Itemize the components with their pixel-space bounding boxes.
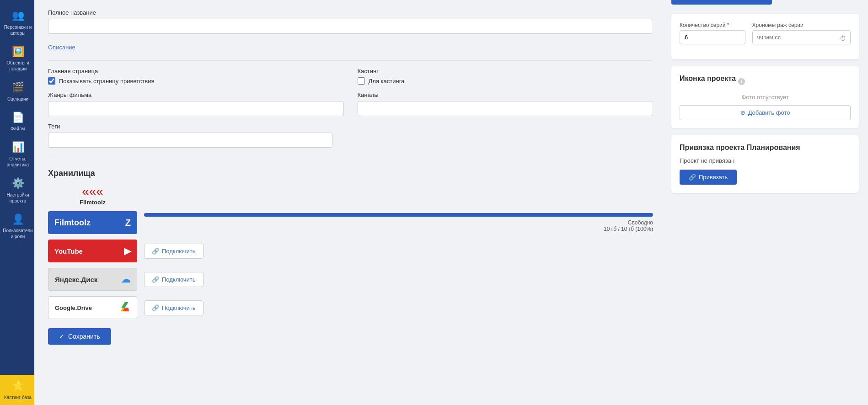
clock-icon: ⏱ [840, 35, 846, 42]
tags-section: Теги [48, 123, 653, 148]
series-count-label: Количество серий * [680, 22, 745, 28]
center-panel: Полное название Описание Главная страниц… [34, 0, 667, 405]
show-welcome-checkbox[interactable] [48, 77, 55, 85]
channels-col: Каналы [358, 91, 654, 116]
series-duration-label: Хронометраж серии [752, 22, 851, 28]
storage-section: Хранилища ««« Filmtoolz Filmtoolz [48, 169, 653, 319]
description-section: Описание [48, 43, 653, 51]
icon-project-card: Иконка проекта i Фото отсутствует ⊕ Доба… [671, 66, 859, 128]
sidebar-item-reports[interactable]: 📊 Отчеты, аналитика [0, 136, 34, 172]
storage-youtube: YouTube ▶ 🔗 Подключить [48, 240, 653, 262]
main-page-col: Главная страница Показывать страницу при… [48, 68, 344, 85]
top-progress-bar [671, 0, 772, 5]
info-icon: i [738, 78, 745, 85]
genres-input[interactable] [48, 101, 344, 116]
photo-absent-text: Фото отсутствует [680, 94, 851, 101]
yandex-connect-label: Подключить [162, 276, 196, 283]
sidebar-item-files[interactable]: 📄 Файлы [0, 107, 34, 137]
tags-input[interactable] [48, 133, 332, 148]
characters-icon: 👥 [12, 9, 24, 22]
objects-icon: 🖼️ [12, 45, 24, 59]
youtube-connect-label: Подключить [162, 248, 196, 255]
series-row: Количество серий * Хронометраж серии ⏱ [680, 22, 851, 44]
casting-icon: ⭐ [12, 379, 24, 393]
main-content: Полное название Описание Главная страниц… [34, 0, 868, 405]
genres-channels-row: Жанры фильма Каналы [48, 91, 653, 116]
storage-filmtoolz: Filmtoolz Z Свободно 10 гб / 10 гб (100%… [48, 211, 653, 234]
storage-gdrive: Google.Drive 🔗 Подключить [48, 296, 653, 319]
sidebar-item-settings[interactable]: ⚙️ Настройки проекта [0, 172, 34, 208]
connect-icon-gd: 🔗 [152, 304, 159, 311]
genres-label: Жанры фильма [48, 91, 344, 98]
description-link[interactable]: Описание [48, 44, 75, 51]
save-button[interactable]: ✓ Сохранить [48, 328, 111, 345]
save-check-icon: ✓ [59, 333, 64, 340]
sidebar-item-casting[interactable]: ⭐ Кастинг-база [0, 375, 34, 405]
channels-input[interactable] [358, 101, 654, 116]
sidebar: 👥 Персонажи и актеры 🖼️ Объекты и локаци… [0, 0, 34, 405]
scenarios-icon: 🎬 [12, 81, 24, 94]
gdrive-label: Google.Drive [55, 304, 92, 311]
plus-circle-icon: ⊕ [740, 109, 745, 116]
project-not-bound-text: Проект не привязан [680, 157, 851, 164]
sidebar-bottom: ⭐ Кастинг-база [0, 375, 34, 405]
series-count-wrap: Количество серий * [680, 22, 745, 44]
yandex-connect-button[interactable]: 🔗 Подключить [144, 272, 204, 287]
channels-label: Каналы [358, 91, 654, 98]
show-welcome-row: Показывать страницу приветствия [48, 77, 344, 85]
filmtoolz-name-label: Filmtoolz [80, 199, 106, 206]
full-name-input[interactable] [48, 19, 653, 34]
youtube-icon: ▶ [124, 245, 131, 256]
sidebar-item-characters[interactable]: 👥 Персонажи и актеры [0, 5, 34, 41]
add-photo-label: Добавить фото [748, 109, 790, 116]
filmtoolz-progress-bg [144, 213, 653, 217]
for-casting-row: Для кастинга [358, 77, 654, 85]
youtube-badge: YouTube ▶ [48, 240, 137, 262]
casting-col: Кастинг Для кастинга [358, 68, 654, 85]
gdrive-connect-button[interactable]: 🔗 Подключить [144, 300, 204, 315]
youtube-connect-button[interactable]: 🔗 Подключить [144, 244, 204, 259]
add-photo-button[interactable]: ⊕ Добавить фото [680, 105, 851, 120]
save-label: Сохранить [68, 333, 100, 340]
filmtoolz-label: Filmtoolz [54, 218, 91, 228]
bind-button[interactable]: 🔗 Привязать [680, 170, 737, 185]
filmtoolz-free-label: Свободно [628, 219, 653, 226]
youtube-label: YouTube [54, 247, 83, 255]
for-casting-label: Для кастинга [369, 78, 405, 85]
yandex-icon: ☁ [121, 274, 130, 285]
main-casting-row: Главная страница Показывать страницу при… [48, 68, 653, 85]
bind-label: Привязать [699, 174, 728, 181]
tags-label: Теги [48, 123, 653, 130]
genres-col: Жанры фильма [48, 91, 344, 116]
connect-icon-yt: 🔗 [152, 248, 159, 255]
reports-icon: 📊 [12, 141, 24, 154]
right-panel: Количество серий * Хронометраж серии ⏱ И… [667, 0, 868, 405]
divider-2 [48, 157, 653, 157]
filmtoolz-z-icon: Z [125, 218, 131, 228]
full-name-label: Полное название [48, 9, 653, 16]
gdrive-badge: Google.Drive [48, 296, 137, 319]
sidebar-item-objects[interactable]: 🖼️ Объекты и локации [0, 41, 34, 77]
filmtoolz-badge: Filmtoolz Z [48, 211, 137, 234]
gdrive-icon [119, 301, 130, 314]
full-name-section: Полное название [48, 9, 653, 34]
link-icon: 🔗 [689, 174, 696, 181]
show-welcome-label: Показывать страницу приветствия [59, 78, 154, 85]
divider-1 [48, 60, 653, 61]
main-page-label: Главная страница [48, 68, 344, 75]
for-casting-checkbox[interactable] [358, 77, 365, 85]
storage-yandex: Яндекс.Диск ☁ 🔗 Подключить [48, 268, 653, 291]
planning-card: Привязка проекта Планирования Проект не … [671, 135, 859, 193]
users-icon: 👤 [12, 213, 24, 226]
sidebar-item-scenarios[interactable]: 🎬 Сценарии [0, 76, 34, 107]
series-count-input[interactable] [680, 30, 745, 44]
yandex-badge: Яндекс.Диск ☁ [48, 268, 137, 291]
filmtoolz-progress-area: Свободно 10 гб / 10 гб (100%) [144, 213, 653, 232]
gdrive-connect-label: Подключить [162, 304, 196, 311]
connect-icon-ya: 🔗 [152, 276, 159, 283]
sidebar-item-users[interactable]: 👤 Пользователи и роли [0, 208, 34, 245]
filmtoolz-storage-info: 10 гб / 10 гб (100%) [604, 226, 653, 232]
icon-project-title: Иконка проекта [680, 75, 736, 83]
storage-title: Хранилища [48, 169, 653, 178]
series-duration-input[interactable] [752, 30, 851, 44]
